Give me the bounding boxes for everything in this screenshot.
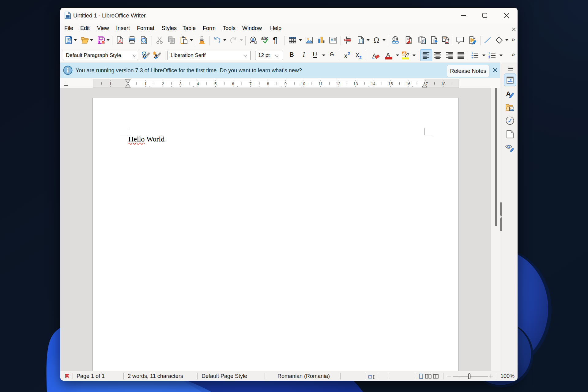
svg-text:1: 1 xyxy=(109,81,111,86)
svg-text:18: 18 xyxy=(441,81,445,86)
svg-text:1: 1 xyxy=(144,81,146,86)
svg-text:5: 5 xyxy=(214,81,217,86)
svg-text:13: 13 xyxy=(353,81,358,86)
svg-text:2: 2 xyxy=(359,55,362,60)
svg-text:A: A xyxy=(330,37,334,42)
svg-text:11: 11 xyxy=(318,81,323,86)
svg-text:x: x xyxy=(356,51,359,58)
svg-text:ab: ab xyxy=(402,51,406,56)
svg-text:4: 4 xyxy=(197,81,199,86)
svg-text:2: 2 xyxy=(348,51,350,56)
svg-text:3: 3 xyxy=(179,81,182,86)
svg-text:{-}: {-} xyxy=(359,38,364,43)
svg-text:1: 1 xyxy=(408,38,410,43)
svg-text:12: 12 xyxy=(336,81,340,86)
svg-text:16: 16 xyxy=(406,81,410,86)
svg-text:15: 15 xyxy=(388,81,393,86)
svg-text:2: 2 xyxy=(162,81,164,86)
svg-text:d: d xyxy=(254,40,257,45)
svg-text:(i): (i) xyxy=(422,39,425,43)
svg-text:x: x xyxy=(344,52,347,59)
svg-text:9: 9 xyxy=(285,81,287,86)
svg-text:14: 14 xyxy=(371,81,375,86)
svg-text:7: 7 xyxy=(249,81,251,86)
svg-text:3: 3 xyxy=(488,57,490,60)
svg-text:A: A xyxy=(386,52,390,58)
svg-text:10: 10 xyxy=(301,81,305,86)
svg-text:6: 6 xyxy=(232,81,234,86)
svg-text:8: 8 xyxy=(267,81,269,86)
